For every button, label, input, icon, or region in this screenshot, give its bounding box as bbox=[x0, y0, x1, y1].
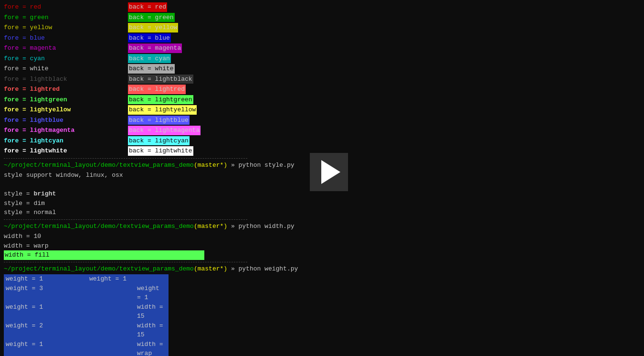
fore-lightyellow: fore = lightyellow bbox=[4, 105, 128, 115]
fore-magenta: fore = magenta bbox=[4, 43, 128, 54]
fore-yellow: fore = yellow bbox=[4, 22, 128, 33]
width-line-fill: width = fill bbox=[4, 250, 640, 260]
fore-lightwhite: fore = lightwhite bbox=[4, 146, 128, 156]
weight-r1c2: weight = 1 bbox=[87, 274, 135, 284]
fore-lightblack: fore = lightblack bbox=[4, 74, 128, 85]
prompt-path-1: ~/project/terminal_layout/demo/textview_… bbox=[4, 162, 194, 169]
separator-3 bbox=[4, 262, 247, 262]
weight-r1c3 bbox=[135, 274, 169, 284]
prompt-cmd-1: python style.py bbox=[239, 162, 295, 169]
weight-r2c2 bbox=[87, 284, 135, 302]
fore-green: fore = green bbox=[4, 12, 128, 23]
style-line-dim: style = dim bbox=[4, 199, 640, 208]
prompt-line-3: ~/project/terminal_layout/demo/textview_… bbox=[4, 264, 640, 274]
prompt-path-2: ~/project/terminal_layout/demo/textview_… bbox=[4, 223, 194, 230]
width-output: width = 10 width = warp width = fill bbox=[4, 232, 640, 260]
prompt-arrow-1: » bbox=[227, 162, 238, 169]
prompt-arrow-3: » bbox=[227, 265, 238, 272]
fore-lightmagenta: fore = lightmagenta bbox=[4, 125, 128, 136]
prompt-cmd-3: python weight.py bbox=[239, 265, 298, 272]
back-white: back = white bbox=[128, 64, 252, 74]
terminal: fore = red back = red fore = green back … bbox=[0, 0, 644, 356]
weight-r1c1: weight = 1 bbox=[4, 274, 87, 284]
weight-r3c3: width = 15 bbox=[135, 302, 169, 321]
width-line-10: width = 10 bbox=[4, 232, 640, 241]
prompt-arrow-2: » bbox=[227, 223, 238, 230]
width-line-warp: width = warp bbox=[4, 241, 640, 251]
fore-lightcyan: fore = lightcyan bbox=[4, 136, 128, 146]
weight-r4c3: width = 15 bbox=[135, 321, 169, 340]
weight-r4c2 bbox=[87, 321, 135, 340]
back-green: back = green bbox=[128, 12, 252, 23]
prompt-branch-1: (master*) bbox=[194, 162, 227, 169]
play-button[interactable] bbox=[310, 153, 348, 191]
fore-white: fore = white bbox=[4, 64, 128, 74]
style-line-normal: style = normal bbox=[4, 208, 640, 217]
fore-lightblue: fore = lightblue bbox=[4, 115, 128, 126]
weight-r2c1: weight = 3 bbox=[4, 284, 87, 302]
weight-r4c1: weight = 2 bbox=[4, 321, 87, 340]
prompt-cmd-2: python width.py bbox=[239, 223, 295, 230]
prompt-branch-2: (master*) bbox=[194, 223, 227, 230]
weight-r5c3: width = wrap bbox=[135, 340, 169, 356]
back-blue: back = blue bbox=[128, 33, 252, 43]
prompt-line-2: ~/project/terminal_layout/demo/textview_… bbox=[4, 222, 640, 231]
fore-blue: fore = blue bbox=[4, 33, 128, 43]
back-magenta: back = magenta bbox=[128, 43, 252, 54]
back-lightblack: back = lightblack bbox=[128, 74, 252, 85]
fore-lightgreen: fore = lightgreen bbox=[4, 95, 128, 105]
back-lightcyan: back = lightcyan bbox=[128, 136, 252, 146]
back-lightgreen: back = lightgreen bbox=[128, 95, 252, 105]
play-triangle-icon bbox=[321, 160, 340, 184]
separator-1 bbox=[4, 158, 247, 159]
weight-r3c1: weight = 1 bbox=[4, 302, 87, 321]
separator-2 bbox=[4, 219, 247, 220]
back-lightmagenta: back = lightmagenta bbox=[128, 125, 252, 136]
back-yellow: back = yellow bbox=[128, 22, 252, 33]
weight-r5c1: weight = 1 bbox=[4, 340, 87, 356]
fore-lightred: fore = lightred bbox=[4, 84, 128, 95]
back-lightblue: back = lightblue bbox=[128, 115, 252, 126]
back-cyan: back = cyan bbox=[128, 54, 252, 64]
back-lightwhite: back = lightwhite bbox=[128, 146, 252, 156]
prompt-path-3: ~/project/terminal_layout/demo/textview_… bbox=[4, 265, 194, 272]
back-lightred: back = lightred bbox=[128, 84, 252, 95]
weight-grid: weight = 1 weight = 1 weight = 3 weight … bbox=[4, 274, 169, 356]
fore-cyan: fore = cyan bbox=[4, 54, 128, 64]
back-lightyellow: back = lightyellow bbox=[128, 105, 252, 115]
back-red: back = red bbox=[128, 2, 252, 12]
fore-red: fore = red bbox=[4, 2, 128, 12]
color-grid: fore = red back = red fore = green back … bbox=[4, 2, 640, 156]
weight-r5c2 bbox=[87, 340, 135, 356]
weight-r3c2 bbox=[87, 302, 135, 321]
weight-r2c3: weight = 1 bbox=[135, 284, 169, 302]
prompt-branch-3: (master*) bbox=[194, 265, 227, 272]
weight-output: weight = 1 weight = 1 weight = 3 weight … bbox=[4, 274, 640, 356]
